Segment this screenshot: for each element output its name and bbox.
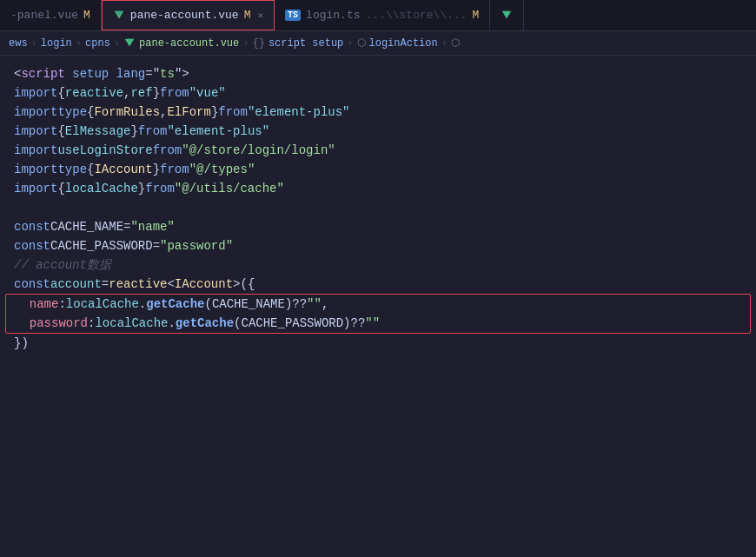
code-line-15: }) bbox=[0, 334, 756, 353]
code-line-5: import useLoginStore from "@/store/login… bbox=[0, 141, 756, 160]
breadcrumb-item-cube2: ⬡ bbox=[451, 36, 460, 50]
code-line-10: const CACHE_PASSWORD = "password" bbox=[0, 236, 756, 255]
tab-panel-vue[interactable]: -panel.vue M bbox=[0, 0, 102, 30]
tab-modifier: M bbox=[473, 9, 480, 22]
code-line-9: const CACHE_NAME = "name" bbox=[0, 217, 756, 236]
breadcrumb-item-loginaction: loginAction bbox=[369, 37, 438, 50]
tab-label: login.ts bbox=[306, 9, 360, 22]
ts-badge: TS bbox=[285, 10, 301, 21]
code-editor: <script setup lang="ts"> import { reacti… bbox=[0, 56, 756, 557]
tab-label: -panel.vue bbox=[10, 9, 78, 22]
code-line-13: name : localCache . getCache ( CACHE_NAM… bbox=[6, 295, 750, 314]
tab-path: ...\\store\\... bbox=[366, 9, 468, 22]
tab-login-ts[interactable]: TS login.ts ...\\store\\... M bbox=[275, 0, 490, 30]
code-line-6: import type { IAccount } from "@/types" bbox=[0, 160, 756, 179]
tab-close-button[interactable]: ✕ bbox=[257, 10, 263, 21]
breadcrumb-item-cpns: cpns bbox=[85, 37, 110, 50]
tab-modifier: M bbox=[83, 9, 90, 22]
reactive-block: name : localCache . getCache ( CACHE_NAM… bbox=[5, 294, 751, 334]
breadcrumb-item-ews: ews bbox=[9, 37, 28, 50]
code-line-14: password : localCache . getCache ( CACHE… bbox=[6, 314, 750, 333]
vue-icon bbox=[113, 10, 125, 22]
breadcrumb-item-login: login bbox=[41, 37, 72, 50]
code-line-8 bbox=[0, 198, 756, 217]
tab-bar: -panel.vue M pane-account.vue M ✕ TS log… bbox=[0, 0, 756, 31]
breadcrumb-vue-icon bbox=[123, 37, 136, 50]
tab-pane-account[interactable]: pane-account.vue M ✕ bbox=[102, 0, 275, 30]
breadcrumb-item-script: {} bbox=[252, 37, 264, 50]
breadcrumb: ews › login › cpns › pane-account.vue › … bbox=[0, 31, 756, 56]
breadcrumb-item-file: pane-account.vue bbox=[139, 37, 239, 50]
tab-modifier: M bbox=[244, 9, 251, 22]
code-line-11: // account数据 bbox=[0, 255, 756, 275]
code-line-3: import type { FormRules , ElForm } from … bbox=[0, 103, 756, 122]
code-line-4: import { ElMessage } from "element-plus" bbox=[0, 122, 756, 141]
code-line-12: const account = reactive < IAccount >({ bbox=[0, 275, 756, 294]
breadcrumb-item-script-label: script setup bbox=[269, 37, 343, 50]
code-line-7: import { localCache } from "@/utils/cach… bbox=[0, 179, 756, 198]
tab-vue4[interactable] bbox=[490, 0, 524, 30]
vue-icon-2 bbox=[501, 10, 513, 22]
tab-label: pane-account.vue bbox=[130, 9, 239, 22]
code-line-2: import { reactive , ref } from "vue" bbox=[0, 83, 756, 103]
breadcrumb-item-cube: ⬡ bbox=[357, 36, 366, 50]
code-line-1: <script setup lang="ts"> bbox=[0, 64, 756, 83]
